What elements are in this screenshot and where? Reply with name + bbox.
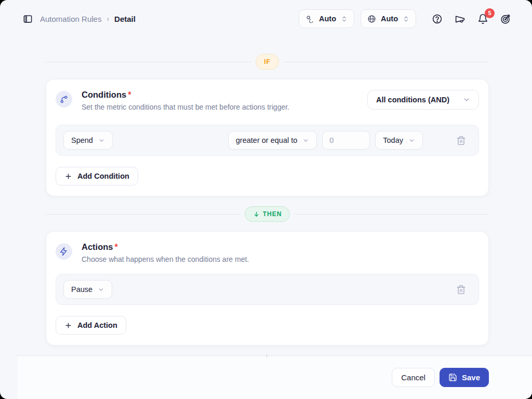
operator-select[interactable]: greater or equal to xyxy=(228,131,317,150)
actions-subtitle: Choose what happens when the conditions … xyxy=(82,255,249,263)
actions-card-header: Actions* Choose what happens when the co… xyxy=(56,242,479,263)
chevron-down-icon xyxy=(98,137,105,144)
operator-select-value: greater or equal to xyxy=(236,136,298,144)
plus-icon xyxy=(64,322,72,329)
trash-icon xyxy=(456,285,466,295)
chevron-down-icon xyxy=(463,96,470,103)
rule-builder: IF Conditions* xyxy=(46,54,489,345)
action-select-value: Pause xyxy=(71,285,92,294)
top-bar: Automation Rules › Detail Auto xyxy=(0,0,532,37)
save-button-label: Save xyxy=(462,373,480,382)
then-badge: THEN xyxy=(245,206,290,222)
save-floppy-icon xyxy=(448,373,457,382)
actions-title-text: Actions xyxy=(82,242,113,251)
add-condition-label: Add Condition xyxy=(77,172,129,180)
condition-match-select[interactable]: All conditions (AND) xyxy=(367,90,479,110)
app-window: Automation Rules › Detail Auto xyxy=(0,0,532,399)
delete-condition-button[interactable] xyxy=(456,136,466,145)
header-icon-buttons: 5 xyxy=(432,14,511,24)
then-divider: THEN xyxy=(46,206,489,222)
sidebar-toggle-button[interactable] xyxy=(23,14,33,24)
add-action-button[interactable]: Add Action xyxy=(56,316,126,335)
if-badge: IF xyxy=(256,54,279,70)
required-asterisk: * xyxy=(115,242,118,251)
add-condition-button[interactable]: Add Condition xyxy=(56,167,138,185)
arrow-down-icon xyxy=(253,211,260,218)
breadcrumb-separator: › xyxy=(107,15,109,23)
divider-line xyxy=(294,214,489,215)
product-tour-button[interactable] xyxy=(500,14,511,24)
help-circle-icon xyxy=(432,14,443,24)
timeframe-select-value: Today xyxy=(383,136,403,144)
goal-target-icon xyxy=(500,14,511,24)
header-actions: Auto Auto xyxy=(299,9,511,28)
conditions-title-text: Conditions xyxy=(82,90,126,99)
git-branch-icon xyxy=(59,95,69,104)
chevron-down-icon xyxy=(98,286,104,293)
divider-line xyxy=(283,62,489,62)
chevrons-up-down-icon xyxy=(341,16,348,22)
footer-resize-handle xyxy=(267,354,267,357)
plus-icon xyxy=(64,172,72,180)
if-badge-label: IF xyxy=(264,58,271,65)
globe-icon xyxy=(367,15,376,23)
form-footer: Cancel Save xyxy=(17,355,532,399)
if-divider: IF xyxy=(46,54,489,70)
actions-card: Actions* Choose what happens when the co… xyxy=(46,231,489,345)
divider-line xyxy=(46,214,241,215)
action-select[interactable]: Pause xyxy=(63,280,112,299)
announcements-button[interactable] xyxy=(455,14,466,24)
chevron-down-icon xyxy=(302,137,309,144)
add-action-label: Add Action xyxy=(77,321,117,329)
action-row: Pause xyxy=(56,274,479,305)
condition-match-value: All conditions (AND) xyxy=(376,96,449,104)
then-badge-label: THEN xyxy=(263,210,282,218)
sun-moon-icon xyxy=(305,15,314,23)
breadcrumb-current: Detail xyxy=(114,15,136,23)
zap-icon xyxy=(59,247,69,256)
panel-left-icon xyxy=(23,14,33,24)
required-asterisk: * xyxy=(128,90,131,99)
conditions-subtitle: Set the metric conditions that must be m… xyxy=(82,103,289,111)
actions-title: Actions* xyxy=(82,242,249,252)
metric-select[interactable]: Spend xyxy=(63,131,113,150)
notification-count-badge: 5 xyxy=(485,8,495,18)
language-select[interactable]: Auto xyxy=(361,9,416,28)
metric-select-value: Spend xyxy=(71,136,93,144)
theme-select[interactable]: Auto xyxy=(299,9,354,28)
notifications-button[interactable]: 5 xyxy=(477,14,488,24)
threshold-value-input[interactable] xyxy=(322,131,370,150)
breadcrumb-parent-link[interactable]: Automation Rules xyxy=(40,15,101,23)
trash-icon xyxy=(456,136,466,145)
condition-row: Spend greater or equal to Today xyxy=(56,125,479,156)
delete-action-button[interactable] xyxy=(456,285,466,295)
conditions-card-header: Conditions* Set the metric conditions th… xyxy=(56,90,479,111)
help-button[interactable] xyxy=(432,14,443,24)
cancel-button[interactable]: Cancel xyxy=(392,368,435,387)
actions-titles: Actions* Choose what happens when the co… xyxy=(82,242,249,263)
save-button[interactable]: Save xyxy=(440,368,489,387)
timeframe-select[interactable]: Today xyxy=(375,131,423,150)
breadcrumb: Automation Rules › Detail xyxy=(40,15,136,23)
chevron-down-icon xyxy=(408,137,415,144)
megaphone-icon xyxy=(455,14,466,24)
theme-select-value: Auto xyxy=(319,15,336,23)
conditions-titles: Conditions* Set the metric conditions th… xyxy=(82,90,289,111)
divider-line xyxy=(46,62,251,62)
conditions-title: Conditions* xyxy=(82,90,289,100)
language-select-value: Auto xyxy=(381,15,398,23)
actions-icon-circle xyxy=(56,243,72,260)
condition-middle-group: greater or equal to Today xyxy=(228,131,423,150)
conditions-icon-circle xyxy=(56,91,72,108)
chevrons-up-down-icon xyxy=(403,16,409,22)
conditions-card: Conditions* Set the metric conditions th… xyxy=(46,79,489,196)
